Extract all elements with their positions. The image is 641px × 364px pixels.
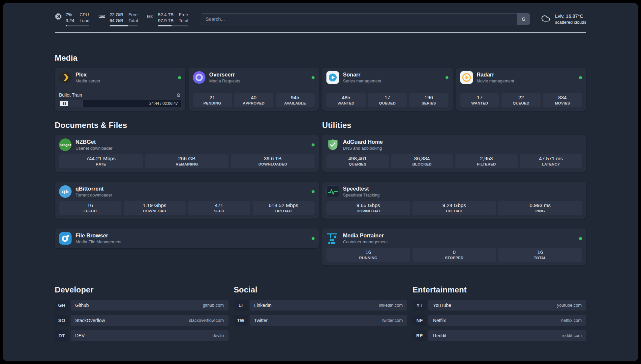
app-card-adguard[interactable]: AdGuard Home DNS and adblocking 498,461 … — [322, 135, 586, 172]
ram-free-value: 22 GiB — [109, 12, 123, 18]
bookmark-linkedin[interactable]: LI LinkedIn linkedin.com — [234, 300, 408, 311]
speedtest-icon — [326, 185, 339, 198]
stat-value: 0.993 ms — [500, 202, 581, 208]
app-subtitle: DNS and adblocking — [343, 146, 383, 151]
bookmark-url: linkedin.com — [379, 303, 403, 308]
overseerr-icon — [193, 71, 205, 84]
stat-value: 834 — [544, 95, 581, 101]
bookmark-stackoverflow[interactable]: SO StackOverflow stackoverflow.com — [55, 315, 229, 326]
stat-tiles: 9.65 Gbps DOWNLOAD 9.24 Gbps UPLOAD 0.99… — [326, 201, 582, 215]
stat-tile: 471 SEED — [188, 201, 250, 215]
app-card-sonarr[interactable]: Sonarr Series management 485 WANTED 17 Q… — [322, 68, 453, 111]
bookmark-youtube[interactable]: YT YouTube youtube.com — [412, 300, 586, 311]
cpu-icon — [55, 12, 62, 26]
stat-label: LATENCY — [521, 162, 581, 166]
bookmark-abbr: NF — [412, 315, 426, 326]
bookmark-abbr: YT — [412, 300, 426, 311]
section-developer: Developer GH Github github.com SO StackO… — [55, 285, 229, 341]
stat-label: QUEUED — [369, 101, 406, 105]
stat-value: 196 — [411, 95, 447, 101]
app-card-radarr[interactable]: Radarr Movie management 17 WANTED 22 QUE… — [456, 68, 587, 111]
bookmark-url: reddit.com — [562, 333, 582, 338]
stat-value: 40 — [235, 95, 272, 101]
bookmark-name: YouTube — [433, 303, 451, 308]
app-card-overseerr[interactable]: Overseerr Media Requests 21 PENDING 40 A… — [189, 68, 319, 111]
disk-label-top: Free — [179, 12, 188, 18]
media-progress-bar[interactable]: 24:44 / 02:06:47 — [59, 100, 181, 107]
ram-icon — [98, 12, 106, 26]
app-name: Overseerr — [209, 72, 240, 78]
stat-tile: 17 QUEUED — [368, 93, 407, 107]
bookmark-abbr: TW — [234, 315, 248, 326]
disk-icon — [146, 12, 154, 26]
app-subtitle: Usenet downloader — [76, 146, 112, 151]
app-card-portainer[interactable]: Media Portainer Container management 16 … — [322, 228, 586, 265]
search-input[interactable] — [201, 14, 517, 25]
app-card-filebrowser[interactable]: File Browser Media File Management — [55, 228, 319, 248]
section-documents: Documents & Files nzbget NZBGet U — [55, 121, 319, 248]
portainer-icon — [326, 232, 339, 245]
app-status-dot — [178, 76, 181, 79]
app-subtitle: Container management — [343, 239, 388, 244]
app-subtitle: Media server — [76, 78, 100, 83]
app-card-plex[interactable]: Plex Media server Bullet Train ⚙ 24:44 /… — [55, 68, 185, 111]
stat-value: 1.19 Gbps — [125, 202, 185, 208]
bookmark-reddit[interactable]: RE Reddit reddit.com — [412, 330, 586, 341]
app-subtitle: Media File Management — [76, 239, 121, 244]
stat-label: WANTED — [328, 101, 364, 105]
app-subtitle: Series management — [343, 78, 381, 83]
stat-label: DOWNLOAD — [125, 209, 185, 213]
adguard-icon — [326, 138, 339, 151]
stat-tiles: 485 WANTED 17 QUEUED 196 SERIES — [326, 93, 448, 107]
bookmark-github[interactable]: GH Github github.com — [55, 300, 229, 311]
bookmark-netflix[interactable]: NF Netflix netflix.com — [412, 315, 586, 326]
stat-tile: 22 QUEUED — [502, 93, 541, 107]
svg-text:nzbget: nzbget — [60, 143, 72, 147]
bookmark-name: Github — [75, 303, 89, 308]
svg-text:qb: qb — [62, 189, 69, 194]
bookmark-abbr: RE — [412, 330, 426, 341]
dashboard-frame: 7% 3.24 CPU Load — [3, 3, 638, 361]
bookmark-name: Reddit — [433, 333, 446, 338]
gear-icon[interactable]: ⚙ — [176, 93, 181, 98]
weather-location: Lviv, 16.87°C — [555, 13, 586, 20]
top-bar: 7% 3.24 CPU Load — [55, 12, 586, 26]
bookmark-dev[interactable]: DT DEV dev.to — [55, 330, 229, 341]
stat-tiles: 16 LEECH 1.19 Gbps DOWNLOAD 471 SEED 6 — [59, 201, 315, 215]
pause-button[interactable] — [60, 101, 68, 106]
app-card-speedtest[interactable]: Speedtest Speedtest Tracking 9.65 Gbps D… — [322, 182, 586, 219]
stat-value: 39.6 TB — [232, 156, 313, 162]
weather-widget: Lviv, 16.87°C scattered clouds — [540, 13, 586, 25]
disk-label-bottom: Total — [179, 18, 188, 24]
bookmark-twitter[interactable]: TW Twitter twitter.com — [234, 315, 408, 326]
nzbget-icon: nzbget — [59, 138, 72, 151]
ram-total-value: 64 GiB — [109, 18, 123, 24]
weather-condition: scattered clouds — [555, 19, 586, 25]
app-card-nzbget[interactable]: nzbget NZBGet Usenet downloader 744.21 M… — [55, 135, 319, 172]
app-name: Speedtest — [343, 186, 380, 192]
bookmark-url: stackoverflow.com — [189, 318, 224, 323]
stat-value: 2,953 — [457, 156, 516, 162]
stat-tile: 17 WANTED — [460, 93, 500, 107]
stat-tile: 47.571 ms LATENCY — [520, 154, 582, 168]
stat-tile: 16 TOTAL — [498, 248, 582, 262]
stat-value: 0 — [414, 249, 495, 255]
bookmark-abbr: DT — [55, 330, 69, 341]
app-status-dot — [312, 237, 315, 240]
stat-label: SEED — [189, 209, 249, 213]
app-subtitle: Speedtest Tracking — [343, 193, 380, 197]
section-title-developer: Developer — [55, 285, 229, 294]
app-card-qbittorrent[interactable]: qb qBittorrent Torrent downloader 16 LEE… — [55, 182, 319, 219]
ram-label-bottom: Total — [129, 18, 138, 24]
bookmark-name: Netflix — [433, 318, 446, 323]
bookmark-abbr: LI — [234, 300, 248, 311]
bookmark-abbr: GH — [55, 300, 69, 311]
bookmark-name: Twitter — [254, 318, 268, 323]
app-status-dot — [312, 143, 315, 146]
search-engine-button[interactable]: G — [517, 14, 530, 25]
section-social: Social LI LinkedIn linkedin.com TW Twitt… — [234, 285, 408, 326]
app-name: Radarr — [477, 72, 514, 78]
section-title-entertainment: Entertainment — [412, 285, 586, 294]
stat-tiles: 16 RUNNING 0 STOPPED 16 TOTAL — [326, 248, 582, 262]
app-name: Media Portainer — [343, 232, 388, 239]
